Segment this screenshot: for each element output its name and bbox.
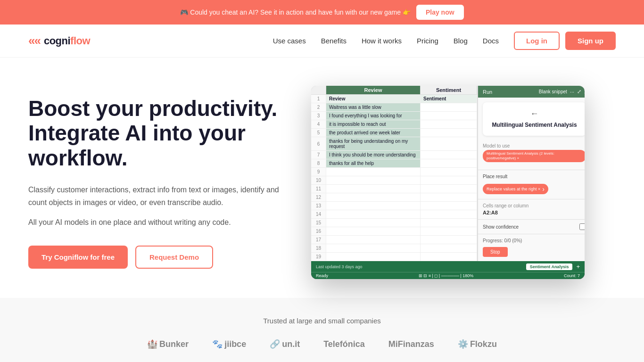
hero-description2: All your AI models in one place and with…	[28, 216, 292, 229]
ss-row-5: 5 the product arrived one week later	[311, 129, 477, 137]
panel-confidence-row: Show confidence	[478, 222, 585, 232]
ss-cell-4b	[421, 120, 477, 128]
ss-cell-6a: thanks for being understanding on my req…	[326, 137, 421, 150]
logo-cogni: cogni	[44, 35, 70, 47]
ss-row-num-col	[311, 86, 326, 94]
hero-left: Boost your productivity. Integrate AI in…	[28, 96, 292, 269]
ss-cell-8b	[421, 159, 477, 167]
logo-flow: flow	[70, 35, 90, 47]
ss-cell-10a	[326, 176, 421, 184]
jiibce-label: jiibce	[224, 339, 246, 349]
ss-cell-5a: the product arrived one week later	[326, 129, 421, 137]
nav-use-cases[interactable]: Use cases	[273, 37, 306, 45]
panel-confidence-checkbox[interactable]	[579, 223, 585, 230]
chevron-right-icon: ›	[542, 185, 545, 193]
panel-title-card: ← Multilingual Sentiment Analysis	[483, 102, 585, 136]
ss-cell-1a: Review	[326, 95, 421, 103]
panel-info-icon[interactable]: ℹ	[584, 89, 585, 95]
hero-section: Boost your productivity. Integrate AI in…	[0, 58, 644, 298]
nav-blog[interactable]: Blog	[454, 37, 468, 45]
ss-col-b-header: Sentiment	[421, 86, 477, 94]
logo[interactable]: «« cogniflow	[28, 33, 90, 48]
spreadsheet-right-panel: Run Blank snippet ··· ⤢ ℹ ← Multilingual…	[478, 86, 585, 261]
spreadsheet-left: Review Sentiment 1 Review Sentiment 2 Wa…	[311, 86, 478, 261]
panel-stop-area: Stop	[478, 245, 585, 259]
ss-row-19: 19	[311, 253, 477, 261]
ss-row-3: 3 I found everything I was looking for	[311, 112, 477, 120]
nav-docs[interactable]: Docs	[483, 37, 499, 45]
panel-cells-value: A2:A8	[483, 210, 585, 215]
ss-tab-sentiment[interactable]: Sentiment Analysis	[526, 263, 573, 270]
ss-row-14: 14	[311, 210, 477, 219]
panel-place-result-label: Place result	[483, 174, 507, 179]
ss-cell-3b	[421, 112, 477, 120]
ss-rownum-1: 1	[311, 95, 326, 103]
ss-rownum-3: 3	[311, 112, 326, 120]
trusted-logo-unit: 🔗 un.it	[270, 339, 300, 349]
ss-row-6: 6 thanks for being understanding on my r…	[311, 137, 477, 151]
ss-status-ready: Ready	[316, 273, 328, 278]
trusted-title: Trusted at large and small companies	[28, 317, 616, 325]
panel-cells-label: Cells range or column	[483, 203, 585, 208]
ss-row-17: 17	[311, 236, 477, 244]
nav-pricing[interactable]: Pricing	[417, 37, 438, 45]
panel-divider-3	[478, 219, 585, 220]
trusted-logo-flokzu: ⚙️ Flokzu	[458, 339, 497, 349]
stop-button[interactable]: Stop	[483, 247, 508, 257]
panel-dots[interactable]: ···	[570, 89, 574, 95]
play-now-button[interactable]: Play now	[416, 5, 464, 20]
ss-cell-5b	[421, 129, 477, 137]
nav-how-it-works[interactable]: How it works	[362, 37, 402, 45]
ss-rownum-5: 5	[311, 129, 326, 137]
spreadsheet-mockup: Review Sentiment 1 Review Sentiment 2 Wa…	[311, 86, 585, 279]
panel-progress: Progress: 0/0 (0%)	[478, 236, 585, 245]
ss-row-12: 12	[311, 193, 477, 202]
add-tab-button[interactable]: +	[576, 263, 580, 270]
panel-cells-row: Cells range or column A2:A8	[478, 201, 585, 217]
ss-status-count: Count: 7	[564, 273, 580, 278]
logo-icon: ««	[28, 33, 40, 48]
ss-row-1: 1 Review Sentiment	[311, 95, 477, 103]
telefonica-label: Telefónica	[323, 339, 365, 349]
mifinanzas-label: MiFinanzas	[388, 339, 434, 349]
try-free-button[interactable]: Try Cogniflow for free	[28, 246, 128, 269]
panel-model-tag[interactable]: Multilingual Sentiment Analysis (2 level…	[483, 150, 585, 163]
ss-bottom-bar: Last updated 3 days ago Sentiment Analys…	[311, 261, 585, 272]
hero-title-line1: Boost your productivity.	[28, 96, 292, 121]
trusted-section: Trusted at large and small companies 🏰 B…	[0, 298, 644, 362]
panel-replace-tag[interactable]: Replace values at the right × ›	[483, 184, 548, 194]
bunker-label: Bunker	[159, 339, 189, 349]
ss-cell-9a	[326, 168, 421, 176]
panel-model-section: Model to use Multilingual Sentiment Anal…	[478, 140, 585, 168]
ss-rownum-6: 6	[311, 137, 326, 150]
ss-col-a-header: Review	[326, 86, 421, 94]
ss-row-18: 18	[311, 244, 477, 253]
nav-benefits[interactable]: Benefits	[321, 37, 347, 45]
nav-links: Use cases Benefits How it works Pricing …	[273, 37, 499, 45]
trusted-logo-mifinanzas: MiFinanzas	[388, 339, 434, 349]
ss-last-updated: Last updated 3 days ago	[316, 264, 363, 269]
navbar: «« cogniflow Use cases Benefits How it w…	[0, 25, 644, 58]
banner-text: 🎮 Could you cheat an AI? See it in actio…	[180, 8, 411, 16]
ss-cell-4a: it is impossible to reach out	[326, 120, 421, 128]
request-demo-button[interactable]: Request Demo	[135, 246, 213, 269]
ss-row-9: 9	[311, 168, 477, 176]
jiibce-icon: 🐾	[212, 339, 223, 349]
ss-rownum-7: 7	[311, 151, 326, 159]
bunker-icon: 🏰	[147, 339, 157, 349]
ss-row-15: 15	[311, 219, 477, 227]
signup-button[interactable]: Sign up	[565, 32, 616, 50]
trusted-logo-bunker: 🏰 Bunker	[147, 339, 189, 349]
flokzu-label: Flokzu	[470, 339, 497, 349]
panel-expand-icon[interactable]: ⤢	[577, 89, 581, 95]
login-button[interactable]: Log in	[514, 32, 560, 50]
trusted-logos: 🏰 Bunker 🐾 jiibce 🔗 un.it Telefónica MiF…	[28, 339, 616, 349]
panel-place-result-row: Place result	[478, 172, 585, 181]
panel-arrow-icon: ←	[488, 109, 580, 119]
ss-status-bar: Ready ⊞ ⊟ ≡ | ◻ | ────── | 180% Count: 7	[311, 272, 585, 279]
panel-divider-1	[478, 170, 585, 170]
ss-cell-8a: thanks for all the help	[326, 159, 421, 167]
panel-run-label: Run	[483, 89, 492, 95]
ss-row-2: 2 Waitress was a little slow	[311, 103, 477, 112]
ss-row-7: 7 I think you should be more understandi…	[311, 151, 477, 159]
